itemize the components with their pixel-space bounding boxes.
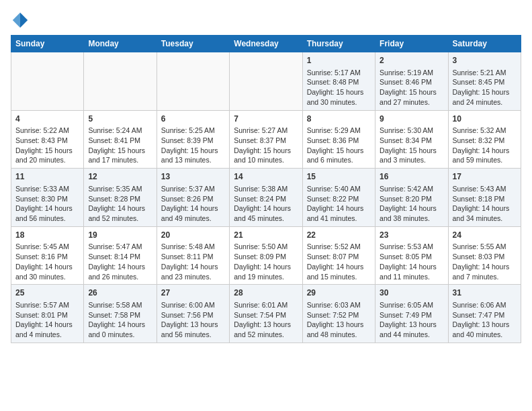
col-header-friday: Friday (375, 36, 448, 52)
cell-content: Sunrise: 5:52 AM Sunset: 8:07 PM Dayligh… (307, 242, 371, 281)
logo-icon (11, 11, 30, 30)
svg-marker-2 (13, 20, 20, 28)
cell-content: Sunrise: 5:21 AM Sunset: 8:45 PM Dayligh… (453, 68, 517, 107)
calendar-cell (230, 52, 302, 111)
day-number: 10 (453, 113, 517, 125)
day-number: 22 (307, 230, 371, 241)
cell-content: Sunrise: 6:00 AM Sunset: 7:56 PM Dayligh… (161, 300, 225, 340)
calendar-cell: 11Sunrise: 5:33 AM Sunset: 8:30 PM Dayli… (11, 169, 84, 227)
calendar-cell: 7Sunrise: 5:27 AM Sunset: 8:37 PM Daylig… (230, 110, 302, 169)
week-row-5: 25Sunrise: 5:57 AM Sunset: 8:01 PM Dayli… (11, 285, 521, 343)
week-row-4: 18Sunrise: 5:45 AM Sunset: 8:16 PM Dayli… (11, 226, 521, 285)
cell-content: Sunrise: 5:19 AM Sunset: 8:46 PM Dayligh… (380, 68, 443, 107)
calendar-cell: 1Sunrise: 5:17 AM Sunset: 8:48 PM Daylig… (302, 52, 375, 111)
day-number: 3 (453, 55, 517, 66)
calendar-cell: 27Sunrise: 6:00 AM Sunset: 7:56 PM Dayli… (157, 285, 229, 343)
calendar-cell (157, 52, 229, 111)
day-number: 9 (380, 113, 443, 125)
cell-content: Sunrise: 6:01 AM Sunset: 7:54 PM Dayligh… (234, 300, 298, 340)
calendar-cell: 3Sunrise: 5:21 AM Sunset: 8:45 PM Daylig… (448, 52, 521, 111)
day-number: 6 (161, 113, 225, 125)
svg-marker-3 (20, 20, 28, 28)
cell-content: Sunrise: 5:32 AM Sunset: 8:32 PM Dayligh… (453, 126, 517, 165)
day-number: 16 (380, 171, 443, 183)
cell-content: Sunrise: 5:24 AM Sunset: 8:41 PM Dayligh… (88, 126, 152, 165)
cell-content: Sunrise: 5:48 AM Sunset: 8:11 PM Dayligh… (161, 242, 225, 281)
day-number: 29 (307, 287, 371, 299)
calendar-cell: 5Sunrise: 5:24 AM Sunset: 8:41 PM Daylig… (84, 110, 157, 169)
calendar-cell: 9Sunrise: 5:30 AM Sunset: 8:34 PM Daylig… (375, 110, 448, 169)
week-row-1: 1Sunrise: 5:17 AM Sunset: 8:48 PM Daylig… (11, 52, 521, 111)
day-number: 25 (15, 287, 79, 299)
calendar-cell: 21Sunrise: 5:50 AM Sunset: 8:09 PM Dayli… (230, 226, 302, 285)
col-header-wednesday: Wednesday (230, 36, 302, 52)
cell-content: Sunrise: 5:29 AM Sunset: 8:36 PM Dayligh… (307, 126, 371, 165)
col-header-saturday: Saturday (448, 36, 521, 52)
cell-content: Sunrise: 5:27 AM Sunset: 8:37 PM Dayligh… (234, 126, 298, 165)
cell-content: Sunrise: 6:05 AM Sunset: 7:49 PM Dayligh… (380, 300, 443, 340)
day-number: 12 (88, 171, 152, 183)
calendar-cell (11, 52, 84, 111)
cell-content: Sunrise: 5:45 AM Sunset: 8:16 PM Dayligh… (15, 242, 79, 281)
logo (11, 11, 32, 30)
day-number: 13 (161, 171, 225, 183)
day-number: 19 (88, 230, 152, 241)
calendar-cell: 19Sunrise: 5:47 AM Sunset: 8:14 PM Dayli… (84, 226, 157, 285)
cell-content: Sunrise: 5:43 AM Sunset: 8:18 PM Dayligh… (453, 184, 517, 224)
calendar-cell: 6Sunrise: 5:25 AM Sunset: 8:39 PM Daylig… (157, 110, 229, 169)
calendar-cell (84, 52, 157, 111)
day-number: 2 (380, 55, 443, 66)
calendar-cell: 20Sunrise: 5:48 AM Sunset: 8:11 PM Dayli… (157, 226, 229, 285)
calendar-cell: 26Sunrise: 5:58 AM Sunset: 7:58 PM Dayli… (84, 285, 157, 343)
cell-content: Sunrise: 6:03 AM Sunset: 7:52 PM Dayligh… (307, 300, 371, 340)
calendar-cell: 30Sunrise: 6:05 AM Sunset: 7:49 PM Dayli… (375, 285, 448, 343)
calendar-cell: 2Sunrise: 5:19 AM Sunset: 8:46 PM Daylig… (375, 52, 448, 111)
col-header-sunday: Sunday (11, 36, 84, 52)
calendar-cell: 31Sunrise: 6:06 AM Sunset: 7:47 PM Dayli… (448, 285, 521, 343)
calendar-cell: 22Sunrise: 5:52 AM Sunset: 8:07 PM Dayli… (302, 226, 375, 285)
calendar-cell: 12Sunrise: 5:35 AM Sunset: 8:28 PM Dayli… (84, 169, 157, 227)
week-row-3: 11Sunrise: 5:33 AM Sunset: 8:30 PM Dayli… (11, 169, 521, 227)
cell-content: Sunrise: 6:06 AM Sunset: 7:47 PM Dayligh… (453, 300, 517, 340)
calendar-cell: 10Sunrise: 5:32 AM Sunset: 8:32 PM Dayli… (448, 110, 521, 169)
cell-content: Sunrise: 5:50 AM Sunset: 8:09 PM Dayligh… (234, 242, 298, 281)
cell-content: Sunrise: 5:47 AM Sunset: 8:14 PM Dayligh… (88, 242, 152, 281)
cell-content: Sunrise: 5:58 AM Sunset: 7:58 PM Dayligh… (88, 300, 152, 340)
calendar-cell: 4Sunrise: 5:22 AM Sunset: 8:43 PM Daylig… (11, 110, 84, 169)
day-number: 8 (307, 113, 371, 125)
cell-content: Sunrise: 5:22 AM Sunset: 8:43 PM Dayligh… (15, 126, 79, 165)
header (11, 11, 521, 30)
day-number: 15 (307, 171, 371, 183)
cell-content: Sunrise: 5:30 AM Sunset: 8:34 PM Dayligh… (380, 126, 443, 165)
day-number: 24 (453, 230, 517, 241)
day-number: 4 (15, 113, 79, 125)
day-number: 26 (88, 287, 152, 299)
header-row: SundayMondayTuesdayWednesdayThursdayFrid… (11, 36, 521, 52)
calendar-cell: 23Sunrise: 5:53 AM Sunset: 8:05 PM Dayli… (375, 226, 448, 285)
col-header-monday: Monday (84, 36, 157, 52)
calendar-cell: 24Sunrise: 5:55 AM Sunset: 8:03 PM Dayli… (448, 226, 521, 285)
day-number: 21 (234, 230, 298, 241)
day-number: 7 (234, 113, 298, 125)
calendar-cell: 8Sunrise: 5:29 AM Sunset: 8:36 PM Daylig… (302, 110, 375, 169)
calendar-cell: 28Sunrise: 6:01 AM Sunset: 7:54 PM Dayli… (230, 285, 302, 343)
cell-content: Sunrise: 5:40 AM Sunset: 8:22 PM Dayligh… (307, 184, 371, 224)
calendar-cell: 15Sunrise: 5:40 AM Sunset: 8:22 PM Dayli… (302, 169, 375, 227)
calendar-cell: 14Sunrise: 5:38 AM Sunset: 8:24 PM Dayli… (230, 169, 302, 227)
svg-marker-1 (13, 13, 20, 20)
day-number: 14 (234, 171, 298, 183)
col-header-thursday: Thursday (302, 36, 375, 52)
cell-content: Sunrise: 5:17 AM Sunset: 8:48 PM Dayligh… (307, 68, 371, 107)
calendar-cell: 13Sunrise: 5:37 AM Sunset: 8:26 PM Dayli… (157, 169, 229, 227)
cell-content: Sunrise: 5:25 AM Sunset: 8:39 PM Dayligh… (161, 126, 225, 165)
calendar-cell: 25Sunrise: 5:57 AM Sunset: 8:01 PM Dayli… (11, 285, 84, 343)
day-number: 30 (380, 287, 443, 299)
cell-content: Sunrise: 5:55 AM Sunset: 8:03 PM Dayligh… (453, 242, 517, 281)
day-number: 17 (453, 171, 517, 183)
day-number: 20 (161, 230, 225, 241)
cell-content: Sunrise: 5:38 AM Sunset: 8:24 PM Dayligh… (234, 184, 298, 224)
day-number: 1 (307, 55, 371, 66)
calendar-cell: 17Sunrise: 5:43 AM Sunset: 8:18 PM Dayli… (448, 169, 521, 227)
cell-content: Sunrise: 5:37 AM Sunset: 8:26 PM Dayligh… (161, 184, 225, 224)
cell-content: Sunrise: 5:57 AM Sunset: 8:01 PM Dayligh… (15, 300, 79, 340)
